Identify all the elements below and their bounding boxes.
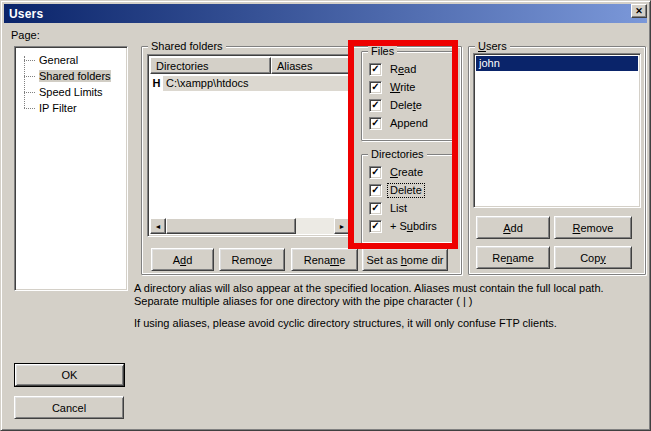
directory-path: C:\xampp\htdocs xyxy=(163,76,350,91)
users-add-button[interactable]: Add xyxy=(476,216,550,239)
dirs-subdirs-checkbox-row: ✓ + Subdirs xyxy=(369,219,439,233)
files-read-checkbox-row: ✓ Read xyxy=(369,62,418,76)
shared-folders-group-label: Shared folders xyxy=(148,40,226,52)
folders-rename-button[interactable]: Rename xyxy=(291,248,358,271)
page-list: General Shared folders Speed Limits IP F… xyxy=(14,46,128,291)
subdirs-label: + Subdirs xyxy=(388,220,439,233)
page-item-shared-folders[interactable]: Shared folders xyxy=(15,68,127,84)
dirs-delete-checkbox-row: ✓ Delete xyxy=(369,183,424,197)
create-checkbox[interactable]: ✓ xyxy=(369,166,382,179)
directories-group-label: Directories xyxy=(368,148,427,160)
read-checkbox[interactable]: ✓ xyxy=(369,63,382,76)
titlebar[interactable]: Users xyxy=(4,4,647,23)
directory-row[interactable]: H C:\xampp\htdocs xyxy=(150,75,350,91)
page-item-speed-limits[interactable]: Speed Limits xyxy=(15,84,127,100)
column-header-directories[interactable]: Directories xyxy=(150,57,271,74)
page-item-general[interactable]: General xyxy=(15,52,127,68)
append-checkbox[interactable]: ✓ xyxy=(369,117,382,130)
write-checkbox[interactable]: ✓ xyxy=(369,81,382,94)
ok-button[interactable]: OK xyxy=(15,364,124,386)
set-as-home-dir-button[interactable]: Set as home dir xyxy=(362,248,448,271)
append-label: Append xyxy=(388,117,430,130)
dirs-create-checkbox-row: ✓ Create xyxy=(369,165,425,179)
dirs-delete-label: Delete xyxy=(388,184,424,197)
help-notes: A directory alias will also appear at th… xyxy=(134,282,636,339)
files-append-checkbox-row: ✓ Append xyxy=(369,116,430,130)
users-dialog: Users ✕ Page: General Shared folders Spe… xyxy=(0,0,651,431)
horizontal-scrollbar[interactable]: ◄ ► xyxy=(150,218,350,234)
page-label: Page: xyxy=(11,29,40,41)
list-label: List xyxy=(388,202,409,215)
users-list[interactable]: john xyxy=(473,53,641,208)
column-header-aliases[interactable]: Aliases xyxy=(271,57,350,74)
files-write-checkbox-row: ✓ Write xyxy=(369,80,417,94)
cancel-button[interactable]: Cancel xyxy=(14,396,124,419)
users-remove-button[interactable]: Remove xyxy=(554,216,632,239)
files-group-label: Files xyxy=(368,45,397,57)
listview-header: Directories Aliases xyxy=(150,57,350,74)
scroll-left-button[interactable]: ◄ xyxy=(150,218,166,234)
home-flag: H xyxy=(150,77,163,89)
users-group-label: Users xyxy=(475,40,510,52)
users-rename-button[interactable]: Rename xyxy=(476,246,550,269)
users-copy-button[interactable]: Copy xyxy=(554,246,632,269)
window-title: Users xyxy=(9,7,43,21)
dirs-delete-checkbox[interactable]: ✓ xyxy=(369,184,382,197)
scroll-right-button[interactable]: ► xyxy=(334,218,350,234)
list-checkbox[interactable]: ✓ xyxy=(369,202,382,215)
close-icon: ✕ xyxy=(635,7,643,16)
files-delete-checkbox[interactable]: ✓ xyxy=(369,99,382,112)
folders-remove-button[interactable]: Remove xyxy=(219,248,285,271)
scroll-right-icon: ► xyxy=(339,223,346,230)
user-row-john[interactable]: john xyxy=(476,56,638,71)
shared-folders-listview[interactable]: Directories Aliases H C:\xampp\htdocs ◄ … xyxy=(147,54,353,237)
scrollbar-thumb[interactable] xyxy=(166,218,296,234)
page-item-ip-filter[interactable]: IP Filter xyxy=(15,100,127,116)
dirs-list-checkbox-row: ✓ List xyxy=(369,201,409,215)
files-delete-checkbox-row: ✓ Delete xyxy=(369,98,424,112)
files-delete-label: Delete xyxy=(388,99,424,112)
read-label: Read xyxy=(388,63,418,76)
cyclic-note: If using aliases, please avoid cyclic di… xyxy=(134,317,636,330)
write-label: Write xyxy=(388,81,417,94)
folders-add-button[interactable]: Add xyxy=(151,248,214,271)
close-button[interactable]: ✕ xyxy=(631,4,647,18)
create-label: Create xyxy=(388,166,425,179)
subdirs-checkbox[interactable]: ✓ xyxy=(369,220,382,233)
alias-note: A directory alias will also appear at th… xyxy=(134,282,636,308)
scroll-left-icon: ◄ xyxy=(155,223,162,230)
